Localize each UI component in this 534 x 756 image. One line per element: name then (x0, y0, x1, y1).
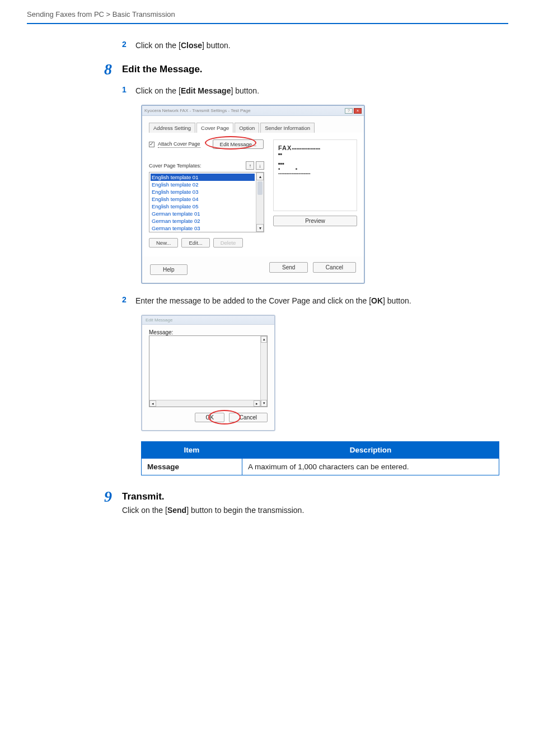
list-item[interactable]: German template 01 (151, 210, 255, 217)
step8-heading: 8 Edit the Message. (122, 64, 508, 80)
table-cell-item: Message (142, 459, 242, 475)
move-up-icon[interactable]: ↑ (246, 161, 254, 170)
substep-text: Enter the message to be added to the Cov… (135, 295, 411, 307)
edit-message-dialog: Edit Message Message: ▴ ▾ ◂ ▸ OK Cancel (141, 315, 275, 431)
close-label: Close (181, 41, 202, 50)
step9-title: Transmit. (122, 491, 304, 502)
step7-sub2: 2 Click on the [Close] button. (122, 40, 508, 52)
templates-label: Cover Page Templates: (149, 163, 201, 169)
step8-title: Edit the Message. (122, 64, 203, 75)
highlight-circle-icon (205, 136, 256, 150)
help-icon[interactable]: ? (345, 108, 353, 114)
text-part: ] button to begin the transmission. (186, 506, 304, 515)
table-header-description: Description (242, 442, 499, 459)
list-item[interactable]: German template 02 (151, 217, 255, 225)
ok-label: OK (371, 296, 383, 305)
text-part: Click on the [ (122, 506, 167, 515)
step-number-9: 9 (101, 489, 115, 505)
tab-option[interactable]: Option (235, 123, 259, 133)
new-button[interactable]: New... (149, 238, 178, 248)
header-rule (27, 23, 508, 24)
list-item[interactable]: English template 04 (151, 195, 255, 203)
scroll-down-icon[interactable]: ▾ (261, 400, 267, 407)
close-icon[interactable]: × (354, 108, 362, 114)
attach-cover-page-checkbox[interactable]: ✓ (149, 142, 154, 147)
step8-sub2: 2 Enter the message to be added to the C… (122, 295, 508, 307)
send-label: Send (167, 506, 186, 515)
text-part: Enter the message to be added to the Cov… (135, 296, 371, 305)
scroll-left-icon[interactable]: ◂ (149, 400, 156, 407)
substep-text: Click on the [Edit Message] button. (135, 85, 259, 97)
scroll-up-icon[interactable]: ▴ (256, 172, 264, 180)
dialog-titlebar: Kyocera Network FAX - Transmit Settings … (142, 106, 364, 116)
message-info-table: Item Description Message A maximum of 1,… (141, 441, 499, 475)
horizontal-scrollbar[interactable]: ◂ ▸ (149, 400, 260, 407)
table-header-item: Item (142, 442, 242, 459)
message-input[interactable]: ▴ ▾ ◂ ▸ (149, 335, 268, 407)
list-item[interactable]: English template 02 (151, 181, 255, 188)
attach-cover-page-label: Attach Cover Page (158, 141, 200, 148)
preview-button[interactable]: Preview (273, 216, 357, 226)
scroll-up-icon[interactable]: ▴ (261, 336, 267, 343)
delete-button[interactable]: Delete (213, 238, 243, 248)
table-cell-description: A maximum of 1,000 characters can be ent… (242, 459, 499, 475)
breadcrumb: Sending Faxes from PC > Basic Transmissi… (27, 10, 508, 23)
template-listbox[interactable]: English template 01 English template 02 … (149, 172, 264, 232)
send-button[interactable]: Send (269, 262, 308, 273)
text-part: ] button. (383, 296, 411, 305)
list-item[interactable]: English template 05 (151, 203, 255, 210)
edit-button[interactable]: Edit... (181, 238, 209, 248)
scroll-down-icon[interactable]: ▾ (256, 224, 264, 232)
scroll-right-icon[interactable]: ▸ (254, 400, 260, 407)
cancel-button[interactable]: Cancel (313, 262, 356, 273)
dialog-titlebar: Edit Message (142, 316, 274, 325)
step9-body: Click on the [Send] button to begin the … (122, 506, 304, 515)
list-item[interactable]: English template 01 (151, 174, 255, 181)
tab-address-setting[interactable]: Address Setting (149, 123, 195, 133)
highlight-circle-icon (208, 410, 241, 424)
tab-sender-information[interactable]: Sender Information (260, 123, 315, 133)
step8-sub1: 1 Click on the [Edit Message] button. (122, 85, 508, 97)
text-part: Click on the [ (135, 41, 181, 50)
cover-page-preview: FAX▪▪▪▪▪▪▪▪▪▪▪▪▪▪▪▪▪▪ ■■ ■■■ ■ ■ ▪▪▪▪▪▪▪… (273, 139, 357, 211)
substep-text: Click on the [Close] button. (135, 40, 231, 52)
text-part: ] button. (202, 41, 231, 50)
window-title: Kyocera Network FAX - Transmit Settings … (144, 108, 251, 113)
step9-heading: 9 Transmit. Click on the [Send] button t… (122, 491, 508, 515)
substep-number: 2 (122, 295, 130, 304)
move-down-icon[interactable]: ↓ (256, 161, 264, 170)
scroll-thumb[interactable] (257, 181, 263, 195)
message-label: Message: (149, 329, 268, 335)
substep-number: 2 (122, 40, 130, 49)
tab-cover-page[interactable]: Cover Page (196, 123, 233, 133)
text-part: ] button. (231, 86, 259, 95)
fax-preview-title: FAX (278, 144, 292, 151)
cover-page-dialog: Kyocera Network FAX - Transmit Settings … (141, 105, 365, 284)
table-row: Message A maximum of 1,000 characters ca… (142, 459, 499, 475)
list-item[interactable]: German template 03 (151, 225, 255, 232)
list-item[interactable]: English template 03 (151, 188, 255, 195)
help-button[interactable]: Help (150, 264, 188, 275)
step-number-8: 8 (101, 62, 115, 77)
vertical-scrollbar[interactable]: ▴ ▾ (260, 336, 267, 407)
substep-number: 1 (122, 85, 130, 94)
listbox-scrollbar[interactable]: ▴ ▾ (256, 172, 264, 232)
text-part: Click on the [ (135, 86, 181, 95)
dialog-tabs: Address Setting Cover Page Option Sender… (149, 123, 358, 133)
edit-message-label: Edit Message (181, 86, 231, 95)
